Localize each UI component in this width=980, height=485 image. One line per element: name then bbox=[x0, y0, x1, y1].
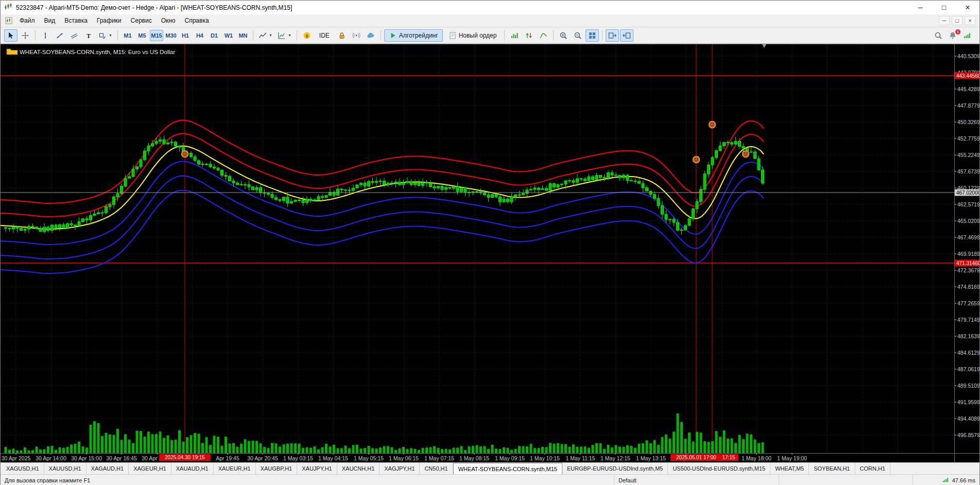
chart-tab[interactable]: CORN,H1 bbox=[855, 463, 891, 474]
svg-text:1 May 12:15: 1 May 12:15 bbox=[600, 455, 630, 461]
chart-tab[interactable]: XAGAUD,H1 bbox=[87, 463, 129, 474]
svg-text:1 May 04:15: 1 May 04:15 bbox=[318, 455, 348, 461]
window-title: 52323847 - Alpari-MT5-Demo: Демо-счет - … bbox=[16, 4, 292, 11]
timeframe-w1-button[interactable]: W1 bbox=[222, 30, 235, 41]
chart-tab[interactable]: EURGBP-EURUSD-USDInd.synth,M5 bbox=[562, 463, 668, 474]
chart-tab[interactable]: XAGJPY,H1 bbox=[380, 463, 420, 474]
svg-text:477.26590: 477.26590 bbox=[957, 300, 979, 306]
chart-svg: 440.53090442.97990445.42890447.87790450.… bbox=[1, 44, 979, 462]
svg-text:494.40890: 494.40890 bbox=[957, 415, 979, 422]
chart-tab[interactable]: XAUGBP,H1 bbox=[256, 463, 298, 474]
mdi-minimize-button[interactable]: ─ bbox=[939, 16, 950, 25]
timeframe-m30-button[interactable]: M30 bbox=[164, 30, 178, 41]
chart-tab[interactable]: XAUJPY,H1 bbox=[297, 463, 337, 474]
chart-tab[interactable]: XAGEUR,H1 bbox=[129, 463, 171, 474]
svg-text:1 May 06:15: 1 May 06:15 bbox=[389, 455, 419, 461]
market-dollar-button[interactable]: $ bbox=[300, 29, 314, 42]
chart-tab[interactable]: XAUEUR,H1 bbox=[214, 463, 256, 474]
close-button[interactable]: × bbox=[956, 1, 979, 14]
svg-text:1 May 07:15: 1 May 07:15 bbox=[424, 455, 454, 461]
chart-tab[interactable]: SOYBEAN,H1 bbox=[809, 463, 855, 474]
svg-text:465.02090: 465.02090 bbox=[957, 218, 979, 224]
depth-green-button[interactable] bbox=[508, 29, 521, 42]
connection-button[interactable] bbox=[960, 29, 974, 42]
zoom-in-button[interactable] bbox=[557, 29, 570, 42]
depth-green-icon bbox=[510, 31, 519, 40]
svg-text:T: T bbox=[87, 32, 91, 39]
toolbar-divider bbox=[117, 30, 118, 41]
new-order-button[interactable]: Новый ордер bbox=[444, 29, 502, 42]
cursor-button[interactable] bbox=[4, 29, 18, 42]
chart-line-button[interactable]: ▼ bbox=[256, 29, 274, 42]
cloud-button[interactable] bbox=[364, 29, 377, 42]
status-profile[interactable]: Default bbox=[614, 475, 779, 485]
menu-вставка[interactable]: Вставка bbox=[60, 15, 92, 26]
panel-left-button[interactable] bbox=[620, 29, 633, 42]
chart-tab[interactable]: XAUUSD,H1 bbox=[44, 463, 87, 474]
chart-tab[interactable]: CN50,H1 bbox=[420, 463, 453, 474]
menu-сервис[interactable]: Сервис bbox=[126, 15, 157, 26]
mdi-close-button[interactable]: × bbox=[965, 16, 975, 25]
chart-window-icon bbox=[3, 17, 15, 24]
vertical-line-button[interactable] bbox=[39, 29, 52, 42]
chart-tab[interactable]: US500-USDInd-EURUSD.synth,M15 bbox=[668, 463, 770, 474]
arrows-green-icon bbox=[525, 31, 533, 40]
mdi-restore-button[interactable]: □ bbox=[952, 16, 962, 25]
chart-background bbox=[1, 44, 979, 462]
shapes-button[interactable]: ▼ bbox=[96, 29, 114, 42]
menu-вид[interactable]: Вид bbox=[40, 15, 60, 26]
chart-tabbar: XAGUSD,H1XAUUSD,H1XAGAUD,H1XAGEUR,H1XAUA… bbox=[1, 462, 979, 474]
svg-text:482.16390: 482.16390 bbox=[957, 333, 979, 339]
play-button[interactable]: Алготрейдинг bbox=[384, 29, 443, 42]
chart-tab[interactable]: WHEAT,M5 bbox=[770, 463, 809, 474]
timeframe-h4-button[interactable]: H4 bbox=[193, 30, 207, 41]
chart-tab[interactable]: XAUAUD,H1 bbox=[171, 463, 214, 474]
panel-right-icon bbox=[608, 31, 616, 40]
timeframe-m5-button[interactable]: M5 bbox=[135, 30, 149, 41]
bell-button[interactable]: 1 bbox=[946, 29, 959, 42]
svg-text:1 May 19:00: 1 May 19:00 bbox=[777, 455, 807, 461]
notification-badge: 1 bbox=[955, 29, 960, 34]
menu-файл[interactable]: Файл bbox=[15, 15, 40, 26]
timeframe-m15-button[interactable]: M15 bbox=[150, 30, 163, 41]
svg-text:1 May 18:00: 1 May 18:00 bbox=[742, 455, 771, 461]
latency-text: 47.66 ms bbox=[952, 477, 975, 483]
maximize-button[interactable]: □ bbox=[932, 1, 956, 14]
menu-окно[interactable]: Окно bbox=[157, 15, 180, 26]
text-tool-button[interactable]: T bbox=[82, 29, 95, 42]
timeframe-h1-button[interactable]: H1 bbox=[179, 30, 192, 41]
zoom-out-button[interactable] bbox=[571, 29, 584, 42]
toolbar-divider bbox=[35, 30, 36, 41]
ide-button[interactable]: IDE bbox=[315, 29, 334, 42]
menu-справка[interactable]: Справка bbox=[180, 15, 214, 26]
tile-windows-icon bbox=[588, 31, 596, 40]
timeframe-mn-button[interactable]: MN bbox=[236, 30, 250, 41]
search-button[interactable] bbox=[932, 29, 945, 42]
timeframe-d1-button[interactable]: D1 bbox=[208, 30, 221, 41]
svg-text:491.95990: 491.95990 bbox=[957, 399, 979, 405]
crosshair-button[interactable] bbox=[19, 29, 32, 42]
curve-green-button[interactable] bbox=[537, 29, 550, 42]
channel-button[interactable] bbox=[67, 29, 81, 42]
toolbar-divider bbox=[297, 30, 297, 41]
connection-bars-icon bbox=[942, 476, 949, 484]
chart-tab[interactable]: XAGUSD,H1 bbox=[2, 463, 44, 474]
panel-right-button[interactable] bbox=[606, 29, 619, 42]
svg-text:440.53090: 440.53090 bbox=[957, 53, 979, 59]
menu-графики[interactable]: Графики bbox=[92, 15, 126, 26]
svg-text:467.46990: 467.46990 bbox=[957, 234, 979, 240]
play-icon bbox=[389, 31, 397, 40]
svg-text:30 Apr 14:00: 30 Apr 14:00 bbox=[36, 455, 66, 461]
trendline-button[interactable] bbox=[53, 29, 66, 42]
arrows-green-button[interactable] bbox=[522, 29, 536, 42]
chart-grid-button[interactable]: ▼ bbox=[276, 29, 294, 42]
timeframe-m1-button[interactable]: M1 bbox=[121, 30, 134, 41]
lock-button[interactable] bbox=[335, 29, 349, 42]
tile-windows-button[interactable] bbox=[586, 29, 599, 42]
signal-button[interactable] bbox=[350, 29, 363, 42]
chart-tab[interactable]: XAUCNH,H1 bbox=[337, 463, 380, 474]
price-chart[interactable]: 440.53090442.97990445.42890447.87790450.… bbox=[1, 44, 979, 462]
minimize-button[interactable]: ─ bbox=[908, 1, 932, 14]
chart-tab[interactable]: WHEAT-SOYBEANS-CORN.synth,M15 bbox=[453, 463, 562, 474]
svg-text:479.71490: 479.71490 bbox=[957, 317, 979, 323]
